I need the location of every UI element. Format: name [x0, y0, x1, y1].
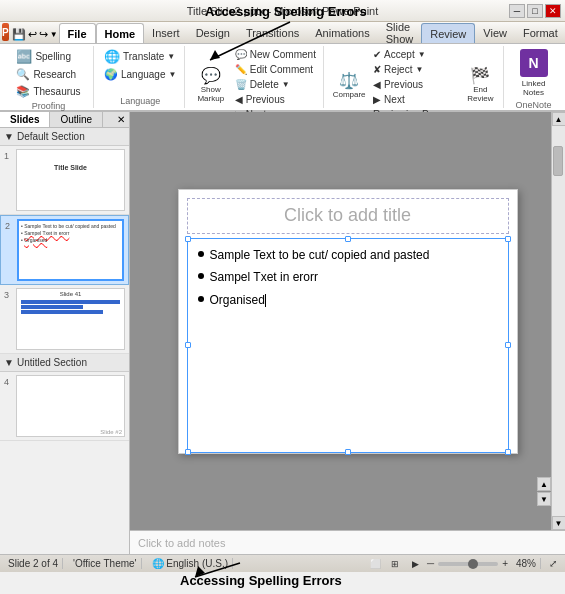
qat-save[interactable]: 💾 — [11, 25, 27, 43]
linked-notes-button[interactable]: N Linked Notes — [512, 48, 556, 98]
tab-review[interactable]: Review — [421, 23, 475, 43]
previous-comment-button[interactable]: ◀ Previous — [232, 93, 319, 106]
section-header-untitled[interactable]: ▼ Untitled Section — [0, 354, 129, 372]
tab-slide-show[interactable]: Slide Show — [378, 23, 422, 43]
tab-view[interactable]: View — [475, 23, 515, 43]
zoom-slider[interactable] — [438, 562, 498, 566]
research-button[interactable]: 🔍 Research — [13, 67, 83, 82]
slide-thumb-4-container[interactable]: 4 Slide #2 — [0, 372, 129, 441]
theme-info: 'Office Theme' — [69, 558, 141, 569]
spelling-button[interactable]: 🔤 Spelling — [13, 48, 83, 65]
thesaurus-button[interactable]: 📚 Thesaurus — [13, 84, 83, 99]
language-button[interactable]: 🌍 Language ▼ — [101, 67, 179, 82]
tab-design[interactable]: Design — [188, 23, 238, 43]
language-icon: 🌐 — [152, 558, 164, 569]
slide-content-area[interactable]: Sample Text to be cut/ copied and pasted… — [187, 238, 509, 453]
section-header-default[interactable]: ▼ Default Section — [0, 128, 129, 146]
compare-button[interactable]: ⚖️ Compare — [330, 60, 368, 110]
handle-bot-center[interactable] — [345, 449, 351, 455]
qat-undo[interactable]: ↩ — [27, 25, 38, 43]
maximize-button[interactable]: □ — [527, 4, 543, 18]
edit-comment-button[interactable]: ✏️ Edit Comment — [232, 63, 319, 76]
minimize-button[interactable]: ─ — [509, 4, 525, 18]
bullet-3: Organised — [198, 292, 498, 309]
section-collapse-icon: ▼ — [4, 131, 14, 142]
handle-top-left[interactable] — [185, 236, 191, 242]
scrollbar-thumb[interactable] — [553, 146, 563, 176]
bullet-dot-1 — [198, 251, 204, 257]
slide-title-area[interactable]: Click to add title — [187, 198, 509, 234]
show-markup-icon: 💬 — [201, 66, 221, 85]
misspelled-text-2: Sampel Txet in erorr — [210, 270, 319, 284]
scrollbar-track[interactable] — [552, 126, 565, 516]
bullet-dot-2 — [198, 273, 204, 279]
previous2-button[interactable]: ◀ Previous — [370, 78, 459, 91]
zoom-level[interactable]: 48% — [512, 558, 541, 569]
bullet-dot-3 — [198, 296, 204, 302]
handle-bot-left[interactable] — [185, 449, 191, 455]
slide4-thumb-label: Slide #2 — [100, 429, 122, 435]
comments-content: 💬 Show Markup 💬 New Comment ✏️ Edit Comm… — [192, 48, 319, 121]
slide-thumb-3-container[interactable]: 3 Slide 41 — [0, 285, 129, 354]
scroll-down-btn[interactable]: ▼ — [552, 516, 566, 530]
tab-format[interactable]: Format — [515, 23, 565, 43]
handle-top-center[interactable] — [345, 236, 351, 242]
next2-button[interactable]: ▶ Next — [370, 93, 459, 106]
tab-animations[interactable]: Animations — [307, 23, 377, 43]
normal-view-btn[interactable]: ⬜ — [367, 557, 383, 571]
slide1-thumb-title: Title Slide — [17, 164, 124, 171]
slide-panel-tabs: Slides Outline ✕ — [0, 112, 129, 128]
slide-info: Slide 2 of 4 — [4, 558, 63, 569]
panel-close-btn[interactable]: ✕ — [113, 112, 129, 127]
research-icon: 🔍 — [16, 68, 30, 81]
zoom-out-btn[interactable]: ─ — [427, 558, 434, 569]
tab-file[interactable]: File — [59, 23, 96, 43]
bullet-2: Sampel Txet in erorr — [198, 269, 498, 286]
end-review-button[interactable]: 🏁 End Review — [461, 60, 499, 110]
fit-window-btn[interactable]: ⤢ — [545, 557, 561, 571]
outline-tab[interactable]: Outline — [50, 112, 103, 127]
zoom-thumb[interactable] — [468, 559, 478, 569]
translate-button[interactable]: 🌐 Translate ▼ — [101, 48, 179, 65]
notes-area[interactable]: Click to add notes — [130, 530, 565, 554]
reject-button[interactable]: ✘ Reject ▼ — [370, 63, 459, 76]
new-comment-button[interactable]: 💬 New Comment — [232, 48, 319, 61]
ribbon-group-proofing: 🔤 Spelling 🔍 Research 📚 Thesaurus Proofi… — [4, 46, 94, 108]
slide-num-4: 4 — [4, 377, 16, 387]
bottom-annotation: Accessing Spelling Errors — [180, 573, 342, 588]
office-button[interactable]: P — [2, 23, 9, 41]
slide-sorter-btn[interactable]: ⊞ — [387, 557, 403, 571]
show-markup-button[interactable]: 💬 Show Markup — [192, 60, 230, 110]
handle-top-right[interactable] — [505, 236, 511, 242]
scroll-prev-slide-btn[interactable]: ▲ — [537, 477, 551, 491]
slide-thumb-4: Slide #2 — [16, 375, 125, 437]
delete-dropdown-icon: ▼ — [282, 80, 290, 89]
slide-thumb-3: Slide 41 — [16, 288, 125, 350]
new-comment-icon: 💬 — [235, 49, 247, 60]
edit-comment-icon: ✏️ — [235, 64, 247, 75]
qat-redo[interactable]: ↪ — [38, 25, 49, 43]
zoom-in-btn[interactable]: + — [502, 558, 508, 569]
slide-num-2: 2 — [5, 221, 17, 231]
handle-mid-right[interactable] — [505, 342, 511, 348]
delete-icon: 🗑️ — [235, 79, 247, 90]
ribbon-group-comments: 💬 Show Markup 💬 New Comment ✏️ Edit Comm… — [187, 46, 324, 108]
language-info[interactable]: 🌐 English (U.S.) — [148, 558, 233, 569]
slide-thumb-1-container[interactable]: 1 Title Slide — [0, 146, 129, 215]
handle-bot-right[interactable] — [505, 449, 511, 455]
handle-mid-left[interactable] — [185, 342, 191, 348]
qat-dropdown[interactable]: ▼ — [49, 25, 59, 43]
tab-home[interactable]: Home — [96, 23, 145, 43]
scroll-up-btn[interactable]: ▲ — [552, 112, 566, 126]
slide-canvas[interactable]: Click to add title Sample Text to — [178, 189, 518, 454]
slide-show-btn[interactable]: ▶ — [407, 557, 423, 571]
end-review-icon: 🏁 — [470, 66, 490, 85]
tab-transitions[interactable]: Transitions — [238, 23, 307, 43]
close-button[interactable]: ✕ — [545, 4, 561, 18]
slides-tab[interactable]: Slides — [0, 112, 50, 127]
tab-insert[interactable]: Insert — [144, 23, 188, 43]
scroll-next-slide-btn[interactable]: ▼ — [537, 492, 551, 506]
slide-thumb-2-container[interactable]: 2 • Sample Text to be cut/ copied and pa… — [0, 215, 129, 285]
delete-button[interactable]: 🗑️ Delete ▼ — [232, 78, 319, 91]
accept-button[interactable]: ✔ Accept ▼ — [370, 48, 459, 61]
